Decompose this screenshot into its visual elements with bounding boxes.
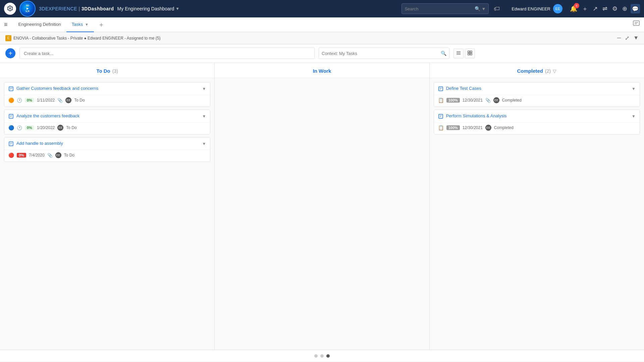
task-title[interactable]: Perform Simulations & Analysis bbox=[446, 113, 629, 118]
svg-rect-16 bbox=[9, 142, 13, 146]
task-input[interactable] bbox=[19, 48, 315, 59]
task-type-icon bbox=[438, 114, 443, 119]
attachment-icon: 📎 bbox=[485, 98, 491, 103]
dot-1[interactable] bbox=[314, 354, 318, 358]
task-title[interactable]: Gather Customers feedback and concerns bbox=[16, 86, 199, 91]
priority-icon: 🔴 bbox=[8, 153, 14, 158]
context-search-input[interactable] bbox=[322, 51, 441, 56]
task-title[interactable]: Analyze the customers feedback bbox=[16, 113, 199, 118]
clock-icon: 🕐 bbox=[17, 98, 22, 103]
user-info: Edward ENGINEER EE bbox=[512, 4, 562, 13]
svg-rect-10 bbox=[9, 87, 13, 91]
app-logo[interactable] bbox=[4, 3, 16, 15]
task-meta: 📋 100% 12/30/2021 📎 EE Completed bbox=[434, 95, 640, 107]
notifications-icon[interactable]: 🔔 6 bbox=[570, 5, 577, 12]
task-expand-icon[interactable]: ▼ bbox=[202, 86, 206, 91]
due-date: 7/4/2020 bbox=[29, 153, 45, 158]
todo-count: (3) bbox=[112, 68, 118, 74]
avatar[interactable]: EE bbox=[553, 4, 562, 13]
task-type-icon bbox=[8, 114, 14, 119]
search-icon[interactable]: 🔍 bbox=[475, 6, 480, 11]
tools-icon[interactable]: ⚙ bbox=[612, 5, 618, 12]
filter-icon[interactable]: ▽ bbox=[553, 68, 556, 74]
svg-rect-0 bbox=[633, 21, 639, 25]
assignee-avatar: EE bbox=[55, 152, 61, 158]
task-expand-icon[interactable]: ▼ bbox=[632, 86, 636, 91]
minimize-icon[interactable]: ─ bbox=[617, 35, 621, 41]
attachment-icon: 📎 bbox=[57, 98, 63, 103]
task-type-icon bbox=[8, 86, 14, 92]
priority-icon: 🟠 bbox=[8, 98, 14, 103]
task-meta-icon: 📋 bbox=[438, 98, 444, 103]
compass-logo[interactable]: 3D▶V,R bbox=[19, 1, 36, 17]
add-tab-button[interactable]: ＋ bbox=[95, 20, 107, 29]
right-chat-icon[interactable] bbox=[633, 20, 640, 29]
completed-count: (2) bbox=[545, 68, 551, 74]
hamburger-button[interactable]: ≡ bbox=[4, 21, 8, 28]
search-input[interactable] bbox=[405, 6, 474, 11]
add-task-button[interactable]: + bbox=[5, 48, 15, 58]
svg-rect-8 bbox=[468, 53, 470, 55]
progress-badge: 0% bbox=[17, 153, 26, 158]
task-meta: 🔵 🕐 0% 1/20/2022 EE To Do bbox=[4, 122, 210, 134]
dashboard-name[interactable]: My Engineering Dashboard ▼ bbox=[117, 6, 180, 11]
tab-tasks[interactable]: Tasks ▼ bbox=[66, 17, 94, 32]
grid-view-button[interactable] bbox=[465, 49, 475, 58]
task-title[interactable]: Add handle to assembly bbox=[16, 141, 199, 146]
due-date: 12/30/2021 bbox=[463, 125, 483, 130]
top-nav-icons: 🔔 6 ＋ ↗ ⇌ ⚙ ⊕ bbox=[570, 5, 627, 13]
priority-icon: 🔵 bbox=[8, 125, 14, 130]
inwork-title: In Work bbox=[313, 68, 331, 74]
column-completed-header: Completed (2) ▽ bbox=[430, 63, 644, 78]
assignee-avatar: EE bbox=[57, 125, 63, 131]
svg-rect-19 bbox=[439, 87, 443, 91]
tag-icon[interactable]: 🏷 bbox=[492, 4, 501, 13]
completed-content: Define Test Cases ▼ 📋 100% 12/30/2021 📎 … bbox=[430, 78, 644, 350]
tab-tasks-chevron-icon[interactable]: ▼ bbox=[85, 22, 89, 26]
collapse-icon[interactable]: ▼ bbox=[633, 35, 639, 41]
breadcrumb-icon: E bbox=[5, 35, 11, 41]
status-label: To Do bbox=[74, 98, 85, 103]
task-card: Analyze the customers feedback ▼ 🔵 🕐 0% … bbox=[4, 110, 210, 134]
task-expand-icon[interactable]: ▼ bbox=[202, 114, 206, 119]
task-card: Define Test Cases ▼ 📋 100% 12/30/2021 📎 … bbox=[434, 82, 640, 107]
dot-3[interactable] bbox=[326, 354, 330, 358]
task-meta-icon: 📋 bbox=[438, 125, 444, 130]
context-search-icon[interactable]: 🔍 bbox=[441, 51, 446, 56]
dashboard-chevron-icon: ▼ bbox=[175, 6, 179, 11]
progress-badge: 0% bbox=[25, 98, 34, 103]
progress-badge: 100% bbox=[446, 98, 460, 103]
task-type-icon bbox=[438, 86, 443, 92]
status-label: Completed bbox=[502, 98, 522, 103]
task-type-icon bbox=[8, 141, 14, 146]
due-date: 1/20/2022 bbox=[37, 125, 55, 130]
add-icon[interactable]: ＋ bbox=[582, 5, 588, 13]
global-search[interactable]: 🔍 ▼ bbox=[401, 3, 489, 14]
dot-2[interactable] bbox=[320, 354, 324, 358]
task-header: Analyze the customers feedback ▼ bbox=[4, 110, 210, 122]
assignee-avatar: EE bbox=[493, 97, 499, 103]
collaborate-icon[interactable]: ⇌ bbox=[602, 5, 607, 12]
svg-rect-9 bbox=[470, 53, 472, 55]
task-meta: 🔴 0% 7/4/2020 📎 EE To Do bbox=[4, 150, 210, 162]
list-view-button[interactable] bbox=[453, 49, 464, 58]
share-icon[interactable]: ↗ bbox=[593, 5, 598, 12]
task-meta: 📋 100% 12/30/2021 EE Completed bbox=[434, 122, 640, 134]
chat-icon[interactable]: 💬 bbox=[631, 4, 640, 13]
search-dropdown-icon[interactable]: ▼ bbox=[482, 6, 486, 11]
context-search[interactable]: 🔍 bbox=[319, 48, 449, 59]
progress-badge: 0% bbox=[25, 125, 34, 130]
breadcrumb: E ENOVIA - Collaborative Tasks - Private… bbox=[0, 32, 644, 44]
task-title[interactable]: Define Test Cases bbox=[446, 86, 629, 91]
task-expand-icon[interactable]: ▼ bbox=[632, 114, 636, 119]
task-header: Gather Customers feedback and concerns ▼ bbox=[4, 82, 210, 95]
task-expand-icon[interactable]: ▼ bbox=[202, 141, 206, 146]
help-icon[interactable]: ⊕ bbox=[622, 5, 627, 12]
kanban-board: To Do (3) Gather Customers feedback and … bbox=[0, 63, 644, 350]
task-header: Perform Simulations & Analysis ▼ bbox=[434, 110, 640, 122]
column-todo-header: To Do (3) bbox=[0, 63, 214, 78]
progress-badge: 100% bbox=[446, 125, 460, 130]
notification-badge: 6 bbox=[574, 3, 579, 8]
tab-engineering-definition[interactable]: Engineering Definition bbox=[13, 17, 66, 32]
expand-icon[interactable]: ⤢ bbox=[625, 35, 629, 41]
